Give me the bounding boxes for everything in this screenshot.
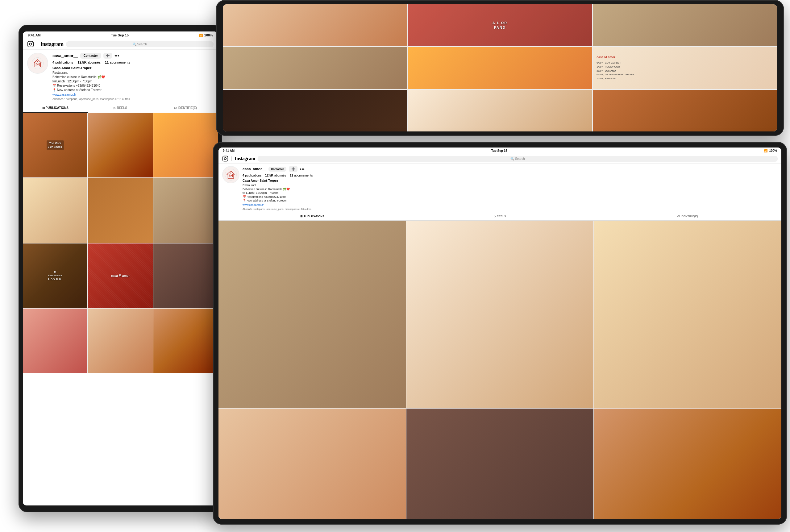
- photo-3-3[interactable]: [594, 221, 782, 408]
- contacter-button-3[interactable]: Contacter: [268, 167, 286, 172]
- profile-bio-3: Restaurant Bohemian cuisine in Ramatuell…: [243, 183, 778, 203]
- photo-3-1[interactable]: [218, 221, 406, 408]
- follow-button-3[interactable]: ➕: [289, 166, 297, 172]
- status-bar-3: 9:41 AM Tue Sep 15 📶 100%: [218, 148, 782, 154]
- svg-point-6: [227, 157, 227, 157]
- pub-count-1: 4: [53, 60, 54, 64]
- time-1: 9:41 AM: [28, 33, 41, 37]
- photo-1-12[interactable]: [153, 309, 218, 373]
- search-bar-1[interactable]: 🔍 Search: [66, 41, 214, 47]
- more-button-3[interactable]: •••: [300, 167, 305, 172]
- tab-publications-3[interactable]: ⊞ PUBLICATIONS: [218, 213, 406, 220]
- status-bar-1: 9:41 AM Tue Sep 15 📶 100%: [23, 32, 218, 39]
- profile-name-3: Casa Amor Saint-Tropez: [243, 179, 778, 183]
- profile-section-1: casa_amor__ Contacter ➕ ••• 4 publicatio…: [23, 50, 218, 104]
- tab-reels-3[interactable]: ▷ REELS: [406, 213, 594, 220]
- photo-1-6[interactable]: [153, 178, 218, 243]
- photo-3-5[interactable]: [406, 408, 594, 519]
- battery-3: 100%: [769, 149, 777, 152]
- svg-rect-0: [28, 41, 33, 47]
- photo-2-5[interactable]: [408, 47, 592, 89]
- followers-preview-3: Abonnés : notoparis, laperouse_paris, ma…: [243, 208, 778, 210]
- profile-link-1[interactable]: www.casaamor.fr: [53, 93, 214, 96]
- tablet-2: A L'ORFAND casa M amor 04/07_ GUY GERBER…: [216, 0, 784, 136]
- photo-2-1[interactable]: [223, 4, 407, 46]
- photo-1-7[interactable]: MCasa M AmorFAVOR: [23, 244, 87, 308]
- ig-header-3: | Instagram 🔍 Search: [218, 154, 782, 164]
- followers-count-3: 12.5K: [265, 174, 273, 177]
- tab-identified-3[interactable]: 🏷 IDENTIFIÉ(E): [594, 213, 782, 220]
- pub-count-3: 4: [243, 174, 245, 177]
- following-count-3: 11: [290, 174, 293, 177]
- svg-point-2: [32, 42, 33, 43]
- photo-2-7[interactable]: [223, 90, 407, 131]
- tablet-3-screen: 9:41 AM Tue Sep 15 📶 100% | Instagram 🔍 …: [218, 148, 782, 519]
- photo-1-10[interactable]: [23, 309, 87, 373]
- casa-amor-logo-3: [225, 169, 237, 181]
- photo-grid-3: [218, 221, 782, 519]
- tabs-1: ⊞ PUBLICATIONS ▷ REELS 🏷 IDENTIFIÉ(E): [23, 104, 218, 113]
- ig-icon-3: [222, 155, 228, 162]
- wifi-icon-3: 📶: [764, 149, 768, 152]
- photo-1-3[interactable]: [153, 113, 218, 177]
- more-button-1[interactable]: •••: [115, 53, 119, 58]
- photo-3-2[interactable]: [406, 221, 594, 408]
- time-3: 9:41 AM: [223, 149, 234, 152]
- photo-3-6[interactable]: [594, 408, 782, 519]
- photo-1-11[interactable]: [88, 309, 152, 373]
- tablet-2-screen: A L'ORFAND casa M amor 04/07_ GUY GERBER…: [223, 4, 777, 131]
- profile-link-3[interactable]: www.casaamor.fr: [243, 203, 778, 206]
- username-3: casa_amor__: [243, 167, 266, 171]
- avatar-1: [27, 53, 48, 74]
- tab-publications-1[interactable]: ⊞ PUBLICATIONS: [23, 104, 88, 113]
- ig-logo-1: Instagram: [40, 41, 63, 48]
- tablet-1-screen: 9:41 AM Tue Sep 15 📶 100% | Instagram 🔍 …: [23, 32, 218, 506]
- followers-preview-1: Abonnés : notoparis, laperouse_paris, ma…: [53, 97, 214, 101]
- profile-info-1: casa_amor__ Contacter ➕ ••• 4 publicatio…: [53, 53, 214, 101]
- follow-button-1[interactable]: ➕: [103, 53, 112, 59]
- tablet-3: 9:41 AM Tue Sep 15 📶 100% | Instagram 🔍 …: [213, 142, 787, 525]
- ig-header-1: | Instagram 🔍 Search: [23, 39, 218, 50]
- photo-1-5[interactable]: [88, 178, 152, 243]
- avatar-3: [222, 166, 239, 183]
- following-count-1: 11: [105, 60, 109, 64]
- tablet-1: 9:41 AM Tue Sep 15 📶 100% | Instagram 🔍 …: [19, 25, 222, 512]
- tab-identified-1[interactable]: 🏷 IDENTIFIÉ(E): [153, 104, 218, 113]
- casa-amor-logo-1: [32, 57, 44, 70]
- photo-1-1[interactable]: Too CoolFor Shoes: [23, 113, 87, 177]
- photo-2-3[interactable]: [593, 4, 777, 46]
- svg-rect-4: [223, 156, 228, 162]
- photo-2-9[interactable]: [593, 90, 777, 131]
- pub-label-text-1: publications: [55, 60, 73, 64]
- date-3: Tue Sep 15: [491, 149, 507, 152]
- photo-2-2[interactable]: A L'ORFAND: [408, 4, 592, 46]
- tab-reels-1[interactable]: ▷ REELS: [88, 104, 153, 113]
- battery-1: 100%: [204, 33, 213, 37]
- photo-1-2[interactable]: [88, 113, 152, 177]
- username-1: casa_amor__: [53, 53, 78, 58]
- date-1: Tue Sep 15: [111, 33, 129, 37]
- profile-bio-1: Restaurant Bohemian cuisine in Ramatuell…: [53, 71, 214, 92]
- photo-1-8[interactable]: casa M amor: [88, 244, 152, 308]
- photo-2-6[interactable]: casa M amor 04/07_ GUY GERBER 14/07_ PEG…: [593, 47, 777, 89]
- profile-info-3: casa_amor__ Contacter ➕ ••• 4 publicatio…: [243, 166, 778, 210]
- photo-3-4[interactable]: [218, 408, 406, 519]
- photo-1-4[interactable]: [23, 178, 87, 243]
- contacter-button-1[interactable]: Contacter: [80, 53, 101, 59]
- photo-grid-1: Too CoolFor Shoes MCasa M AmorFAVOR casa…: [23, 113, 218, 373]
- tabs-3: ⊞ PUBLICATIONS ▷ REELS 🏷 IDENTIFIÉ(E): [218, 213, 782, 221]
- followers-count-1: 12.5K: [77, 60, 86, 64]
- search-bar-3[interactable]: 🔍 Search: [258, 156, 778, 162]
- ig-logo-3: Instagram: [234, 156, 255, 162]
- wifi-icon-1: 📶: [199, 34, 203, 37]
- profile-section-3: casa_amor__ Contacter ➕ ••• 4 publicatio…: [218, 164, 782, 213]
- svg-point-1: [29, 43, 32, 45]
- photo-1-9[interactable]: [153, 244, 218, 308]
- photo-2-8[interactable]: [408, 90, 592, 131]
- svg-point-5: [224, 158, 227, 160]
- profile-name-1: Casa Amor Saint-Tropez: [53, 66, 214, 70]
- photo-2-4[interactable]: [223, 47, 407, 89]
- ig-icon-1: [27, 41, 34, 48]
- photo-grid-2-landscape: A L'ORFAND casa M amor 04/07_ GUY GERBER…: [223, 4, 777, 131]
